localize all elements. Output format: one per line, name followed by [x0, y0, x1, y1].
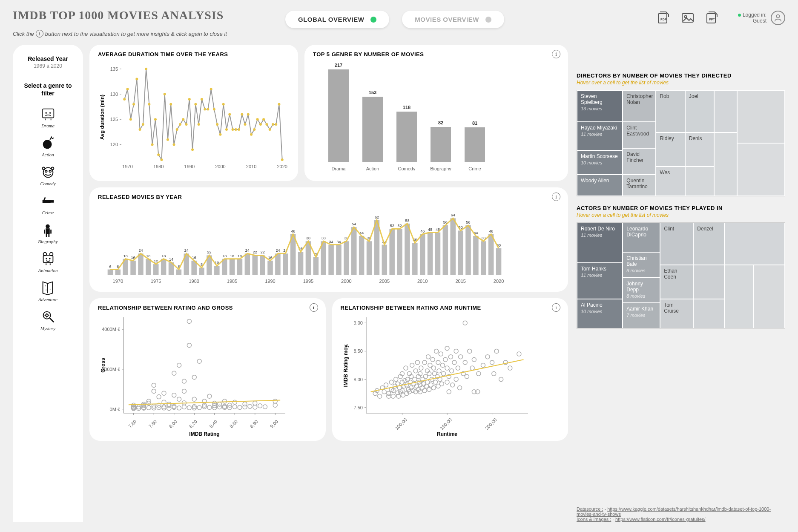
info-button[interactable]: i: [552, 50, 560, 58]
directors-treemap[interactable]: Steven Spielberg13 moviesHayao Miyazaki1…: [577, 90, 785, 196]
treemap-cell[interactable]: [693, 299, 724, 328]
treemap-cell[interactable]: [737, 143, 785, 196]
treemap-cell[interactable]: Al Pacino10 movies: [577, 299, 623, 328]
svg-point-469: [499, 377, 503, 382]
treemap-cell[interactable]: [737, 90, 785, 143]
treemap-cell[interactable]: Rob: [656, 90, 685, 132]
avatar-icon[interactable]: [771, 11, 785, 25]
svg-line-339: [129, 400, 280, 405]
treemap-cell[interactable]: Robert De Niro11 movies: [577, 223, 623, 263]
svg-point-280: [152, 389, 156, 393]
treemap-cell[interactable]: [754, 265, 785, 328]
treemap-cell[interactable]: [693, 265, 724, 299]
treemap-cell[interactable]: Denzel: [693, 223, 724, 265]
treemap-cell[interactable]: Woody Allen: [577, 175, 623, 196]
svg-point-66: [151, 143, 154, 146]
svg-rect-161: [245, 253, 250, 275]
svg-point-67: [154, 118, 157, 121]
info-button[interactable]: i: [310, 303, 318, 312]
export-ppt-icon[interactable]: PPT: [705, 11, 719, 25]
svg-point-412: [422, 388, 427, 393]
treemap-cell[interactable]: Ridley: [656, 132, 685, 166]
datasource-link[interactable]: https://www.kaggle.com/datasets/harshits…: [577, 506, 771, 517]
svg-point-429: [434, 349, 438, 353]
treemap-cell[interactable]: [724, 223, 785, 265]
svg-point-440: [445, 380, 449, 384]
genre-filter-comedy[interactable]: Comedy: [40, 164, 56, 186]
tab-global-overview[interactable]: GLOBAL OVERVIEW: [285, 11, 389, 28]
actors-treemap-block: ACTORS BY NUMBER OF MOVIES THEY PLAYED I…: [577, 205, 785, 329]
genre-filter-drama[interactable]: Drama: [40, 106, 56, 128]
svg-point-397: [413, 377, 417, 382]
svg-point-85: [210, 88, 212, 90]
svg-text:58: 58: [405, 219, 409, 223]
treemap-cell[interactable]: Christopher Nolan: [623, 90, 656, 122]
treemap-cell[interactable]: Clint Eastwood: [623, 122, 656, 148]
svg-text:64: 64: [451, 213, 455, 217]
treemap-cell[interactable]: Christian Bale8 movies: [623, 252, 660, 278]
svg-point-95: [241, 113, 243, 115]
svg-point-292: [172, 405, 176, 409]
treemap-cell[interactable]: Aamir Khan7 movies: [623, 303, 660, 328]
svg-point-8: [45, 112, 47, 114]
treemap-cell[interactable]: Quentin Tarantino: [623, 175, 656, 196]
treemap-cell[interactable]: Johnny Depp8 movies: [623, 278, 660, 303]
actors-treemap[interactable]: Robert De Niro11 moviesTom Hanks11 movie…: [577, 222, 785, 329]
svg-point-76: [182, 118, 184, 121]
svg-text:2005: 2005: [379, 279, 390, 284]
svg-point-417: [425, 380, 429, 384]
treemap-cell[interactable]: [724, 265, 753, 328]
treemap-cell[interactable]: [714, 132, 737, 196]
treemap-cell[interactable]: Martin Scorsese10 movies: [577, 150, 623, 175]
genre-filter-action[interactable]: Action: [40, 135, 56, 157]
svg-point-107: [278, 103, 280, 106]
svg-text:1970: 1970: [122, 164, 132, 169]
treemap-cell[interactable]: Clint: [660, 223, 693, 265]
treemap-cell[interactable]: [685, 167, 714, 196]
genre-filter-mystery[interactable]: Mystery: [40, 308, 56, 331]
svg-point-63: [142, 123, 144, 126]
treemap-cell[interactable]: Tom Hanks11 movies: [577, 263, 623, 299]
svg-point-3: [684, 16, 686, 18]
treemap-cell[interactable]: Hayao Miyazaki11 movies: [577, 122, 623, 150]
treemap-cell[interactable]: Ethan Coen: [660, 265, 693, 299]
treemap-cell[interactable]: Joel: [685, 90, 714, 132]
svg-rect-211: [435, 233, 441, 275]
svg-text:4000M €: 4000M €: [102, 327, 120, 332]
export-image-icon[interactable]: [681, 11, 695, 25]
genre-filter-biography[interactable]: Biography: [38, 221, 57, 244]
treemap-cell[interactable]: Wes: [656, 167, 685, 196]
info-button[interactable]: i: [552, 303, 560, 312]
svg-point-316: [207, 394, 212, 398]
svg-point-65: [148, 103, 150, 106]
svg-rect-207: [420, 234, 425, 275]
svg-text:8,00: 8,00: [168, 419, 178, 429]
treemap-cell[interactable]: Tom Cruise: [660, 299, 693, 328]
svg-rect-165: [260, 255, 265, 275]
treemap-cell[interactable]: Steven Spielberg13 movies: [577, 90, 623, 122]
svg-text:7,80: 7,80: [148, 419, 158, 429]
svg-point-88: [219, 133, 221, 136]
svg-rect-122: [465, 127, 485, 162]
tab-movies-overview[interactable]: MOVIES OVERVIEW: [402, 11, 504, 28]
info-button[interactable]: i: [552, 193, 560, 201]
svg-point-106: [275, 123, 277, 126]
treemap-cell[interactable]: Denis: [685, 132, 714, 166]
icons-link[interactable]: https://www.flaticon.com/fr/icones-gratu…: [615, 517, 706, 522]
treemap-cell[interactable]: [714, 90, 737, 132]
svg-text:1995: 1995: [303, 279, 313, 284]
svg-point-333: [253, 405, 257, 409]
export-pdf-icon[interactable]: PDF: [657, 11, 670, 25]
treemap-cell[interactable]: Leonardo DiCaprio: [623, 223, 660, 252]
svg-point-36: [43, 312, 50, 319]
genre-filter-crime[interactable]: Crime: [40, 193, 56, 215]
genre-filter-adventure[interactable]: Adventure: [38, 279, 57, 302]
svg-text:18: 18: [123, 254, 128, 258]
genre-filter-animation[interactable]: Animation: [38, 250, 58, 273]
svg-point-99: [253, 128, 255, 131]
released-year-label: Released Year: [17, 55, 79, 62]
svg-point-102: [262, 118, 265, 121]
svg-point-303: [187, 405, 191, 410]
svg-point-73: [172, 143, 175, 146]
treemap-cell[interactable]: David Fincher: [623, 148, 656, 175]
